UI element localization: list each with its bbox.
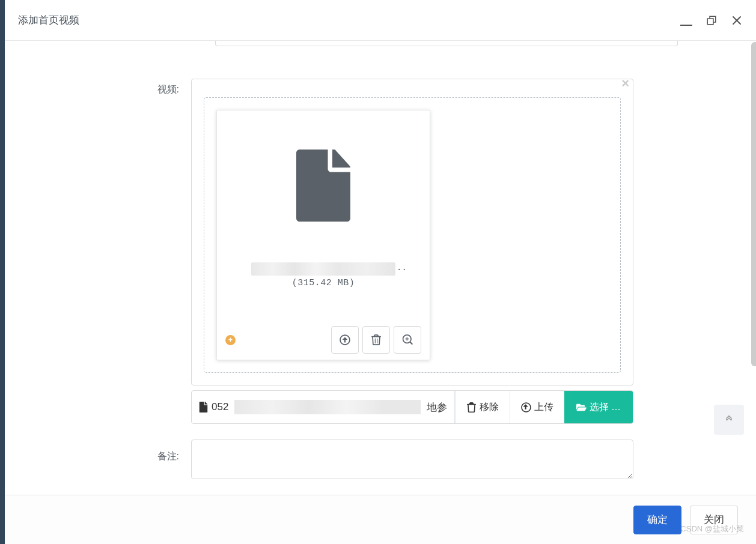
selected-file-display: 052 地参 <box>192 391 455 423</box>
close-button[interactable] <box>731 14 743 26</box>
remark-textarea[interactable] <box>191 440 633 479</box>
file-icon-small <box>199 402 208 413</box>
card-zoom-button[interactable] <box>394 326 421 354</box>
file-number: 052 <box>212 401 228 413</box>
file-name-blurred <box>251 262 395 276</box>
window-controls <box>680 14 743 26</box>
video-upload-panel: × (315.42 MB) + <box>191 79 633 385</box>
file-size: (315.42 MB) <box>292 278 355 288</box>
title-bar: 添加首页视频 <box>5 0 756 41</box>
upload-circle-icon <box>521 402 531 413</box>
label-remark: 备注: <box>125 440 191 463</box>
upload-button[interactable]: 上传 <box>510 391 564 423</box>
close-dialog-button[interactable]: 关闭 <box>690 506 738 534</box>
dialog-title: 添加首页视频 <box>18 13 79 27</box>
minimize-icon <box>680 14 692 26</box>
drop-zone[interactable]: (315.42 MB) + <box>204 97 621 373</box>
footer-button-bar: 确定 关闭 <box>5 495 756 544</box>
card-actions <box>331 326 421 354</box>
remove-button[interactable]: 移除 <box>455 391 510 423</box>
file-bar-name-blurred <box>234 400 420 414</box>
card-footer: + <box>225 326 421 354</box>
form-row-remark: 备注: <box>29 440 732 481</box>
minimize-button[interactable] <box>680 14 692 26</box>
close-icon <box>731 15 742 26</box>
maximize-button[interactable] <box>706 14 718 26</box>
chevron-double-up-icon <box>724 415 734 425</box>
zoom-in-icon <box>402 334 413 345</box>
choose-file-button[interactable]: 选择 … <box>564 391 633 423</box>
file-bar-suffix: 地参 <box>427 400 447 414</box>
previous-field-fragment <box>215 41 678 46</box>
card-delete-button[interactable] <box>362 326 390 354</box>
confirm-button[interactable]: 确定 <box>633 506 681 534</box>
content-area: 视频: × (315.42 MB) <box>5 41 756 495</box>
file-action-bar: 052 地参 移除 上传 选择 … <box>191 390 633 424</box>
folder-open-icon <box>576 402 587 413</box>
file-name-row <box>251 222 395 276</box>
file-preview-card: (315.42 MB) + <box>216 110 430 360</box>
label-video: 视频: <box>125 79 191 96</box>
add-badge-icon[interactable]: + <box>225 335 236 345</box>
scroll-top-button[interactable] <box>714 405 744 435</box>
maximize-icon <box>706 15 717 26</box>
remark-content <box>191 440 633 481</box>
trash-icon <box>371 334 382 345</box>
form-row-video: 视频: × (315.42 MB) <box>29 79 732 424</box>
trash-icon <box>466 402 477 413</box>
scrollbar[interactable] <box>751 42 756 366</box>
video-form-content: × (315.42 MB) + <box>191 79 633 424</box>
svg-rect-0 <box>707 19 713 25</box>
panel-close-button[interactable]: × <box>621 77 629 90</box>
file-icon <box>296 150 350 222</box>
upload-circle-icon <box>340 334 350 345</box>
card-upload-button[interactable] <box>331 326 359 354</box>
dialog-window: 添加首页视频 视频: × <box>0 0 756 544</box>
